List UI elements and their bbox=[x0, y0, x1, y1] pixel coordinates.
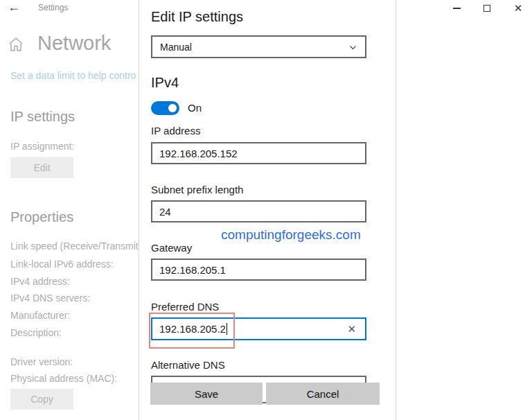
close-button[interactable]: ✕ bbox=[507, 0, 529, 16]
property-label: Manufacturer: bbox=[10, 310, 70, 321]
back-icon[interactable]: ← bbox=[8, 0, 20, 15]
dialog-title: Edit IP settings bbox=[151, 9, 243, 25]
gateway-label: Gateway bbox=[151, 242, 192, 254]
subnet-prefix-input[interactable]: 24 bbox=[151, 200, 366, 222]
property-label: Link speed (Receive/Transmit): bbox=[10, 240, 144, 252]
minimize-button[interactable] bbox=[445, 0, 468, 16]
subnet-prefix-label: Subnet prefix length bbox=[151, 184, 243, 195]
ip-settings-heading: IP settings bbox=[10, 109, 75, 125]
ip-mode-selected-value: Manual bbox=[160, 42, 192, 53]
ip-address-label: IP address bbox=[151, 125, 200, 137]
watermark-text: computingforgeeks.com bbox=[221, 227, 361, 243]
gateway-value: 192.168.205.1 bbox=[159, 264, 226, 276]
cancel-button[interactable]: Cancel bbox=[266, 383, 380, 405]
page-title: Network bbox=[37, 32, 111, 55]
text-cursor bbox=[227, 323, 227, 335]
preferred-dns-input[interactable]: 192.168.205.2 ✕ bbox=[151, 317, 366, 340]
close-icon: ✕ bbox=[514, 3, 523, 13]
property-label: Driver version: bbox=[10, 356, 73, 367]
alternative-dns-label: Alternative DNS bbox=[151, 359, 225, 371]
app-title: Settings bbox=[38, 3, 68, 12]
property-label: Link-local IPv6 address: bbox=[10, 259, 114, 270]
maximize-icon bbox=[484, 5, 490, 12]
maximize-button[interactable] bbox=[476, 0, 498, 16]
ipv4-heading: IPv4 bbox=[151, 75, 179, 91]
chevron-down-icon bbox=[350, 44, 356, 51]
toggle-knob bbox=[168, 104, 177, 112]
data-limit-link[interactable]: Set a data limit to help contro bbox=[10, 70, 136, 81]
ip-assignment-label: IP assignment: bbox=[10, 141, 74, 152]
preferred-dns-label: Preferred DNS bbox=[151, 301, 219, 313]
ip-address-value: 192.168.205.152 bbox=[159, 148, 238, 159]
subnet-prefix-value: 24 bbox=[159, 206, 171, 218]
copy-button[interactable]: Copy bbox=[10, 389, 73, 410]
property-label: IPv4 DNS servers: bbox=[10, 292, 90, 304]
clear-input-icon[interactable]: ✕ bbox=[347, 323, 356, 335]
properties-heading: Properties bbox=[10, 209, 73, 225]
ip-mode-dropdown[interactable]: Manual bbox=[151, 35, 366, 58]
edit-ip-settings-dialog: Edit IP settings Manual IPv4 On IP addre… bbox=[139, 0, 396, 420]
home-icon bbox=[9, 37, 23, 52]
property-label: Description: bbox=[10, 327, 62, 338]
property-label: IPv4 address: bbox=[10, 276, 70, 287]
property-label: Physical address (MAC): bbox=[10, 373, 117, 384]
toggle-state-label: On bbox=[188, 102, 202, 114]
gateway-input[interactable]: 192.168.205.1 bbox=[151, 259, 366, 281]
preferred-dns-value: 192.168.205.2 bbox=[159, 323, 226, 335]
save-button[interactable]: Save bbox=[150, 383, 263, 405]
edit-button[interactable]: Edit bbox=[10, 157, 73, 178]
ip-address-input[interactable]: 192.168.205.152 bbox=[151, 142, 366, 164]
minimize-icon bbox=[453, 8, 461, 9]
ipv4-toggle[interactable] bbox=[151, 101, 179, 115]
